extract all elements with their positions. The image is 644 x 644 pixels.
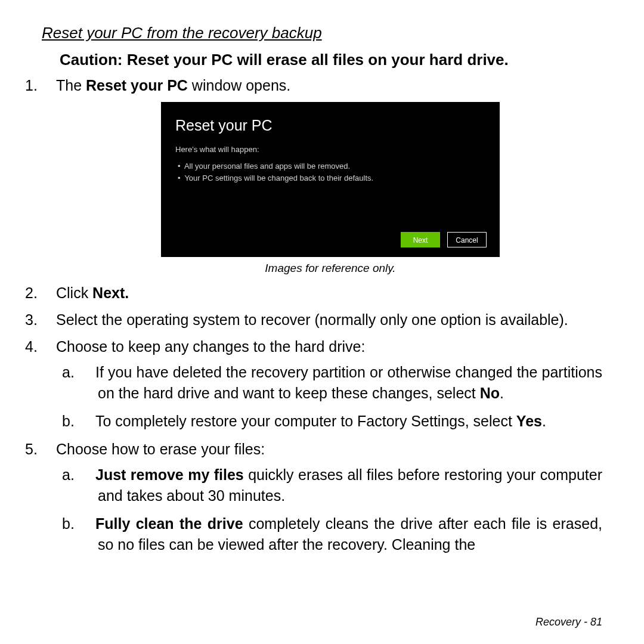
footer-section: Recovery -: [535, 616, 590, 628]
step-4b-bold: Yes: [516, 413, 542, 429]
dialog-bullet-list: • All your personal files and apps will …: [175, 161, 485, 184]
next-button[interactable]: Next: [401, 232, 440, 247]
dialog-title: Reset your PC: [175, 115, 485, 136]
step-3-text: Select the operating system to recover (…: [56, 311, 568, 328]
step-1-post: window opens.: [188, 77, 290, 94]
step-4-text: Choose to keep any changes to the hard d…: [56, 338, 365, 355]
step-4: 4.Choose to keep any changes to the hard…: [42, 336, 602, 432]
step-2-bold: Next.: [92, 284, 129, 301]
step-4b: b.To completely restore your computer to…: [80, 411, 602, 432]
document-page: Reset your PC from the recovery backup C…: [0, 0, 644, 644]
step-1-bold: Reset your PC: [86, 77, 188, 94]
step-4b-post: .: [542, 413, 546, 429]
caution-text: Caution: Reset your PC will erase all fi…: [60, 51, 602, 69]
step-5a: a.Just remove my files quickly erases al…: [80, 465, 602, 506]
step-5b: b.Fully clean the drive completely clean…: [80, 513, 602, 555]
step-2-pre: Click: [56, 284, 92, 301]
step-2: 2.Click Next.: [42, 283, 602, 304]
step-5-text: Choose how to erase your files:: [56, 441, 265, 457]
step-4a: a.If you have deleted the recovery parti…: [80, 362, 602, 404]
step-5b-bold: Fully clean the drive: [95, 515, 243, 532]
dialog-bullet-2: Your PC settings will be changed back to…: [184, 174, 373, 182]
image-caption: Images for reference only.: [161, 261, 500, 277]
step-5a-bold: Just remove my files: [95, 466, 244, 483]
footer-page-number: 81: [590, 616, 602, 628]
section-title: Reset your PC from the recovery backup: [42, 24, 602, 42]
step-4a-post: .: [500, 385, 504, 401]
page-footer: Recovery - 81: [535, 616, 602, 628]
step-5: 5.Choose how to erase your files: a.Just…: [42, 439, 602, 555]
step-4a-bold: No: [480, 385, 500, 401]
reset-pc-dialog: Reset your PC Here's what will happen: •…: [161, 102, 500, 257]
step-1: 1.The Reset your PC window opens. Reset …: [42, 75, 602, 277]
step-4b-pre: To completely restore your computer to F…: [95, 413, 516, 429]
step-3: 3.Select the operating system to recover…: [42, 309, 602, 330]
dialog-subtitle: Here's what will happen:: [175, 144, 485, 155]
step-1-pre: The: [56, 77, 86, 94]
dialog-bullet-1: All your personal files and apps will be…: [184, 162, 350, 171]
cancel-button[interactable]: Cancel: [447, 232, 487, 247]
step-4a-pre: If you have deleted the recovery partiti…: [95, 364, 602, 401]
